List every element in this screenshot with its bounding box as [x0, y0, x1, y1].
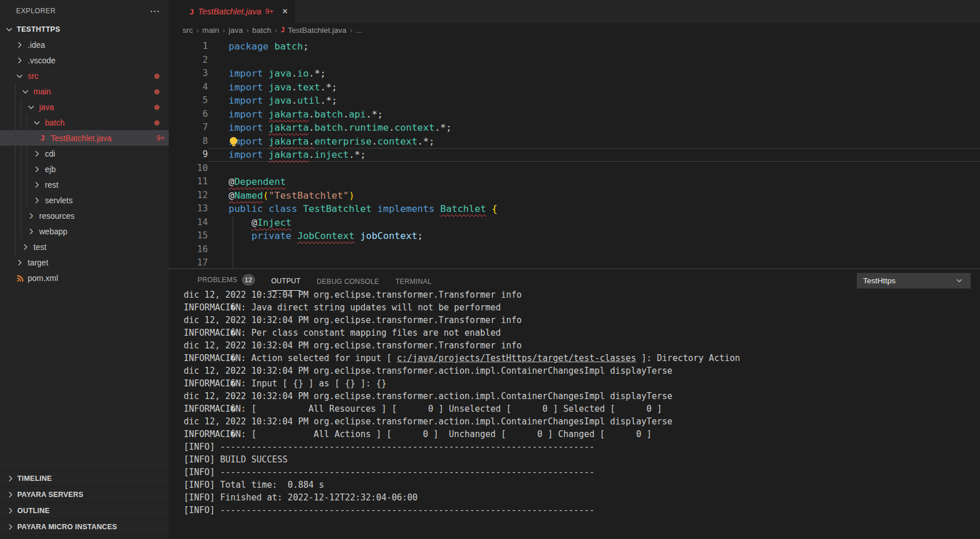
code-line[interactable]: 14 @Inject [169, 216, 980, 230]
breadcrumb-item[interactable]: ... [356, 26, 362, 35]
code-line[interactable]: 15 private JobContext jobContext; [169, 229, 980, 243]
tree-item-pom-xml[interactable]: pom.xml [0, 270, 169, 286]
tree-item-label: rest [45, 180, 58, 189]
chevron-right-icon[interactable] [15, 258, 24, 267]
close-icon[interactable]: × [282, 6, 288, 17]
chevron-right-icon[interactable] [32, 180, 41, 189]
code-line[interactable]: 6import jakarta.batch.api.*; [169, 108, 980, 122]
indent-guide [15, 115, 21, 130]
tree-item--idea[interactable]: .idea [0, 37, 169, 52]
tree-item-webapp[interactable]: webapp [0, 223, 169, 239]
chevron-right-icon[interactable] [32, 149, 41, 158]
tree-item-main[interactable]: main [0, 83, 169, 99]
code-line[interactable]: 13public class TestBatchlet implements B… [169, 202, 980, 216]
indent-guide [26, 161, 32, 177]
tree-item-src[interactable]: src [0, 68, 169, 83]
breadcrumb-item[interactable]: java [229, 26, 243, 35]
sidebar-section-outline[interactable]: OUTLINE [0, 502, 169, 518]
tree-item-label: webapp [39, 227, 67, 236]
code-line[interactable]: 7import jakarta.batch.runtime.context.*; [169, 121, 980, 135]
chevron-right-icon[interactable] [21, 242, 30, 252]
line-number: 1 [169, 40, 208, 54]
tree-item-cdi[interactable]: cdi [0, 146, 169, 161]
project-section-header[interactable]: TESTHTTPS [0, 22, 169, 37]
chevron-right-icon[interactable] [6, 522, 15, 532]
code-line[interactable]: 1package batch; [169, 40, 980, 54]
code-line[interactable]: 8import jakarta.enterprise.context.*; [169, 135, 980, 149]
sidebar-section-payara-micro-instances[interactable]: PAYARA MICRO INSTANCES [0, 518, 169, 534]
tree-item-testbatchlet-java[interactable]: JTestBatchlet.java9+ [0, 130, 169, 146]
output-line: INFORMACI�N: Action selected for input [… [184, 352, 980, 365]
line-number: 8 [169, 135, 208, 149]
chevron-right-icon[interactable] [15, 40, 24, 50]
breadcrumb-item[interactable]: batch [252, 26, 271, 35]
file-path-link[interactable]: c:/java/projects/TestHttps/target/test-c… [397, 353, 636, 363]
code-line[interactable]: 9import jakarta.inject.*; [169, 148, 980, 162]
tree-item-label: TestBatchlet.java [51, 134, 112, 143]
chevron-right-icon[interactable] [15, 56, 24, 65]
code-line[interactable]: 17 [169, 256, 980, 268]
chevron-down-icon[interactable] [26, 103, 36, 112]
tree-item--vscode[interactable]: .vscode [0, 52, 169, 68]
code-line[interactable]: 2 [169, 54, 980, 67]
breadcrumb-item[interactable]: src [183, 26, 193, 35]
lightbulb-icon[interactable] [230, 137, 237, 145]
breadcrumb: src›main›java›batch›JTestBatchlet.java›.… [169, 23, 980, 37]
code-line[interactable]: 12@Named("TestBatchlet") [169, 189, 980, 203]
output-channel-select[interactable]: TestHttps [857, 273, 971, 289]
tree-item-target[interactable]: target [0, 255, 169, 270]
tree-item-label: ejb [45, 165, 56, 174]
breadcrumb-item[interactable]: JTestBatchlet.java [280, 26, 346, 35]
error-dot-badge [154, 74, 159, 79]
code-line[interactable]: 4import java.text.*; [169, 81, 980, 94]
tree-item-rest[interactable]: rest [0, 177, 169, 192]
line-content: package batch; [208, 40, 980, 54]
tree-item-resources[interactable]: resources [0, 208, 169, 223]
line-number: 2 [169, 54, 208, 67]
chevron-down-icon[interactable] [15, 71, 24, 81]
code-line[interactable]: 11@Dependent [169, 175, 980, 189]
chevron-right-icon[interactable] [26, 211, 36, 221]
panel-tab-debug-console[interactable]: DEBUG CONSOLE [317, 278, 379, 291]
explorer-title: EXPLORER [16, 7, 56, 15]
tree-item-ejb[interactable]: ejb [0, 161, 169, 177]
output-line: [INFO] Finished at: 2022-12-12T22:32:04-… [184, 491, 980, 504]
tree-item-label: target [28, 258, 48, 267]
tree-item-test[interactable]: test [0, 239, 169, 255]
error-dot-badge [154, 89, 159, 94]
panel-tab-problems[interactable]: PROBLEMS12 [197, 274, 255, 291]
chevron-right-icon[interactable] [6, 474, 15, 483]
code-line[interactable]: 16 [169, 243, 980, 257]
breadcrumb-separator-icon: › [223, 26, 225, 35]
breadcrumb-separator-icon: › [275, 26, 277, 35]
line-content: public class TestBatchlet implements Bat… [208, 202, 980, 216]
panel-tab-terminal[interactable]: TERMINAL [396, 278, 432, 291]
output-line: dic 12, 2022 10:32:04 PM org.eclipse.tra… [184, 339, 980, 352]
chevron-right-icon[interactable] [32, 196, 41, 205]
tree-item-servlets[interactable]: servlets [0, 192, 169, 208]
tree-item-batch[interactable]: batch [0, 115, 169, 130]
code-line[interactable]: 10 [169, 162, 980, 176]
chevron-down-icon[interactable] [32, 118, 41, 127]
more-actions-icon[interactable]: ⋯ [150, 5, 159, 17]
code-line[interactable]: 3import java.io.*; [169, 67, 980, 81]
indent-guide [21, 130, 26, 146]
chevron-right-icon[interactable] [32, 165, 41, 174]
error-dot-badge [154, 105, 159, 110]
sidebar-section-payara-servers[interactable]: PAYARA SERVERS [0, 486, 169, 502]
line-number: 12 [169, 189, 208, 203]
panel-tab-output[interactable]: OUTPUT [271, 277, 301, 291]
editor-area: J TestBatchlet.java 9+ × src›main›java›b… [169, 0, 980, 539]
code-editor[interactable]: 1package batch;23import java.io.*;4impor… [169, 37, 980, 268]
tab-testbatchlet[interactable]: J TestBatchlet.java 9+ × [169, 0, 295, 23]
indent-guide [21, 223, 26, 239]
breadcrumb-item[interactable]: main [202, 26, 219, 35]
line-number: 6 [169, 108, 208, 122]
chevron-right-icon[interactable] [6, 490, 15, 499]
sidebar-section-timeline[interactable]: TIMELINE [0, 470, 169, 486]
chevron-right-icon[interactable] [6, 506, 15, 515]
code-line[interactable]: 5import java.util.*; [169, 94, 980, 108]
chevron-down-icon[interactable] [21, 87, 30, 96]
tree-item-java[interactable]: java [0, 99, 169, 115]
chevron-right-icon[interactable] [26, 227, 36, 236]
